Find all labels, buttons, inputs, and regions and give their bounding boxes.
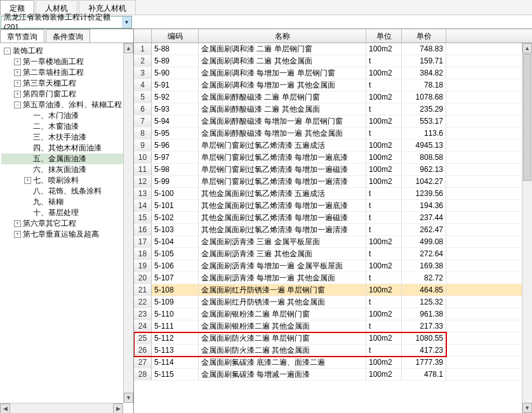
chevron-down-icon: ▾ bbox=[122, 16, 131, 28]
cell-n: 4 bbox=[134, 79, 152, 91]
col-head-unit[interactable]: 单位 bbox=[366, 29, 402, 43]
cell-price: 82.72 bbox=[402, 272, 446, 284]
cell-name: 金属面刷调和漆 二遍 其他金属面 bbox=[199, 55, 366, 68]
tree-item[interactable]: 八、花饰、线条涂料 bbox=[1, 186, 132, 197]
tab-chapter-query[interactable]: 章节查询 bbox=[0, 29, 44, 43]
scroll-thumb[interactable] bbox=[523, 54, 531, 181]
table-row[interactable]: 235-110金属面刷银粉漆二遍 单层钢门窗100m2961.38 bbox=[134, 308, 532, 320]
scroll-down-icon[interactable]: ▼ bbox=[522, 403, 532, 413]
table-row[interactable]: 115-98单层钢门窗刷过氯乙烯清漆 每增加一遍磁漆100m2962.13 bbox=[134, 164, 532, 176]
table-row[interactable]: 75-94金属面刷醇酸磁漆 每增加一遍 单层钢门窗100m2553.17 bbox=[134, 115, 532, 128]
table-row[interactable]: 275-114金属面刷氟碳漆 底漆二遍、面漆二遍100m21777.39 bbox=[134, 357, 532, 369]
table-row[interactable]: 265-113金属面刷防火漆二遍 其他金属面t417.23 bbox=[134, 344, 532, 357]
table-row[interactable]: 105-97单层钢门窗刷过氯乙烯清漆 每增加一遍底漆100m2808.58 bbox=[134, 152, 532, 164]
collapse-icon[interactable]: - bbox=[4, 48, 11, 55]
scroll-down-icon[interactable]: ▼ bbox=[124, 393, 133, 403]
table-row[interactable]: 15-88金属面刷调和漆 二遍 单层钢门窗100m2748.83 bbox=[134, 43, 532, 55]
table-row[interactable]: 255-112金属面刷防火漆二遍 单层钢门窗100m21080.55 bbox=[134, 332, 532, 344]
cell-unit: 100m2 bbox=[366, 357, 402, 368]
cell-unit: t bbox=[366, 320, 402, 332]
expand-icon[interactable]: + bbox=[14, 220, 21, 227]
tree-hscrollbar[interactable]: ◀▶ bbox=[0, 403, 123, 413]
cell-price: 962.13 bbox=[402, 164, 446, 175]
table-row[interactable]: 165-103其他金属面刷过氯乙烯清漆 每增加一遍清漆t262.47 bbox=[134, 224, 532, 236]
table-row[interactable]: 225-109金属面刷红丹防锈漆一遍 其他金属面t125.32 bbox=[134, 296, 532, 308]
cell-price: 235.29 bbox=[402, 103, 446, 115]
left-panel: 章节查询 条件查询 -装饰工程+第一章楼地面工程+第二章墙柱面工程+第三章天棚工… bbox=[0, 29, 134, 413]
cell-price: 159.71 bbox=[402, 55, 446, 67]
tree-item[interactable]: 三、木扶手油漆 bbox=[1, 132, 132, 143]
cell-name: 单层钢门窗刷过氯乙烯清漆 每增加一遍底漆 bbox=[199, 151, 366, 164]
col-head-num[interactable] bbox=[134, 29, 152, 43]
expand-icon[interactable]: + bbox=[14, 231, 21, 238]
table-row[interactable]: 155-102其他金属面刷过氯乙烯清漆 每增加一遍磁漆t237.44 bbox=[134, 212, 532, 224]
grid-body: 15-88金属面刷调和漆 二遍 单层钢门窗100m2748.8325-89金属面… bbox=[134, 43, 532, 381]
tree-item[interactable]: +第二章墙柱面工程 bbox=[1, 67, 132, 78]
tree-item[interactable]: +七、喷刷涂料 bbox=[1, 175, 132, 186]
expand-icon[interactable]: + bbox=[24, 177, 31, 184]
tree-item[interactable]: +第四章门窗工程 bbox=[1, 89, 132, 100]
tree-item[interactable]: 十、基层处理 bbox=[1, 207, 132, 218]
tree-item[interactable]: 一、木门油漆 bbox=[1, 110, 132, 121]
cell-n: 2 bbox=[134, 55, 152, 67]
tree-item[interactable]: +第一章楼地面工程 bbox=[1, 56, 132, 67]
table-row[interactable]: 205-107金属面刷沥青漆 每增加一遍 其他金属面t82.72 bbox=[134, 272, 532, 284]
table-row[interactable]: 85-95金属面刷醇酸磁漆 每增加一遍 其他金属面t113.6 bbox=[134, 128, 532, 140]
table-row[interactable]: 65-93金属面刷醇酸磁漆 二遍 其他金属面t235.29 bbox=[134, 103, 532, 115]
table-row[interactable]: 285-115金属面刷氟碳漆 每增减一遍面漆100m2478.1 bbox=[134, 369, 532, 381]
table-row[interactable]: 215-108金属面刷红丹防锈漆一遍 单层钢门窗100m2464.85 bbox=[134, 284, 532, 296]
expand-icon[interactable]: + bbox=[14, 80, 21, 87]
table-row[interactable]: 95-96单层钢门窗刷过氯乙烯清漆 五遍成活100m24945.13 bbox=[134, 140, 532, 152]
tree-item[interactable]: 四、其他木材面油漆 bbox=[1, 143, 132, 154]
cell-name: 单层钢门窗刷过氯乙烯清漆 每增加一遍磁漆 bbox=[199, 163, 366, 176]
table-row[interactable]: 45-91金属面刷调和漆 每增加一遍 其他金属面t78.18 bbox=[134, 79, 532, 91]
cell-price: 464.85 bbox=[402, 284, 446, 296]
table-row[interactable]: 175-104金属面刷沥青漆 三遍 金属平板屋面100m2499.08 bbox=[134, 236, 532, 248]
tree-item[interactable]: +第七章垂直运输及超高 bbox=[1, 229, 132, 240]
tab-condition-query[interactable]: 条件查询 bbox=[46, 29, 90, 43]
col-head-code[interactable]: 编码 bbox=[152, 29, 199, 43]
cell-code: 5-90 bbox=[152, 67, 199, 79]
table-row[interactable]: 35-90金属面刷调和漆 每增加一遍 单层钢门窗100m2384.82 bbox=[134, 67, 532, 79]
tree-item[interactable]: 六、抹灰面油漆 bbox=[1, 164, 132, 175]
col-head-name[interactable]: 名称 bbox=[199, 29, 366, 43]
cell-unit: t bbox=[366, 248, 402, 259]
tree-vscrollbar[interactable]: ▲▼ bbox=[123, 43, 133, 403]
tree-item[interactable]: 五、金属面油漆 bbox=[1, 154, 132, 164]
tree-item[interactable]: 二、木窗油漆 bbox=[1, 121, 132, 132]
cell-name: 其他金属面刷过氯乙烯清漆 五遍成活 bbox=[199, 187, 366, 200]
expand-icon[interactable]: + bbox=[14, 58, 21, 65]
tree-item-label: 第六章其它工程 bbox=[23, 218, 76, 229]
scroll-up-icon[interactable]: ▲ bbox=[124, 43, 133, 53]
cell-name: 金属面刷沥青漆 每增加一遍 金属平板屋面 bbox=[199, 259, 366, 273]
tree-item[interactable]: +第三章天棚工程 bbox=[1, 78, 132, 89]
table-row[interactable]: 25-89金属面刷调和漆 二遍 其他金属面t159.71 bbox=[134, 55, 532, 67]
scroll-left-icon[interactable]: ◀ bbox=[0, 403, 10, 413]
cell-name: 金属面刷调和漆 每增加一遍 其他金属面 bbox=[199, 79, 366, 92]
cell-price: 4945.13 bbox=[402, 140, 446, 151]
table-row[interactable]: 55-92金属面刷醇酸磁漆 二遍 单层钢门窗100m21078.68 bbox=[134, 91, 532, 103]
col-head-price[interactable]: 单价 bbox=[402, 29, 446, 43]
tree-item[interactable]: 九、裱糊 bbox=[1, 197, 132, 207]
tree-item[interactable]: +第六章其它工程 bbox=[1, 218, 132, 229]
table-row[interactable]: 125-99单层钢门窗刷过氯乙烯清漆 每增加一遍清漆100m21042.27 bbox=[134, 176, 532, 188]
grid-vscrollbar[interactable]: ▲ ▼ bbox=[522, 43, 532, 413]
table-row[interactable]: 185-105金属面刷沥青漆 三遍 其他金属面t272.64 bbox=[134, 248, 532, 260]
quota-select[interactable]: 黑龙江省装饰装修工程计价定额(201 ▾ bbox=[1, 16, 132, 29]
cell-n: 8 bbox=[134, 128, 152, 139]
expand-icon[interactable]: + bbox=[14, 69, 21, 76]
scroll-up-icon[interactable]: ▲ bbox=[522, 43, 532, 53]
cell-unit: t bbox=[366, 272, 402, 284]
tree-item[interactable]: -装饰工程 bbox=[1, 46, 132, 56]
tree-item[interactable]: -第五章油漆、涂料、裱糊工程 bbox=[1, 100, 132, 110]
table-row[interactable]: 135-100其他金属面刷过氯乙烯清漆 五遍成活t1239.56 bbox=[134, 188, 532, 200]
cell-n: 5 bbox=[134, 91, 152, 103]
table-row[interactable]: 245-111金属面刷银粉漆二遍 其他金属面t217.33 bbox=[134, 320, 532, 332]
scroll-right-icon[interactable]: ▶ bbox=[113, 403, 123, 413]
collapse-icon[interactable]: - bbox=[14, 102, 21, 108]
table-row[interactable]: 145-101其他金属面刷过氯乙烯清漆 每增加一遍底漆t194.36 bbox=[134, 200, 532, 212]
cell-price: 1078.68 bbox=[402, 91, 446, 103]
table-row[interactable]: 195-106金属面刷沥青漆 每增加一遍 金属平板屋面100m2169.38 bbox=[134, 260, 532, 272]
expand-icon[interactable]: + bbox=[14, 91, 21, 98]
chapter-tree[interactable]: -装饰工程+第一章楼地面工程+第二章墙柱面工程+第三章天棚工程+第四章门窗工程-… bbox=[0, 43, 133, 413]
